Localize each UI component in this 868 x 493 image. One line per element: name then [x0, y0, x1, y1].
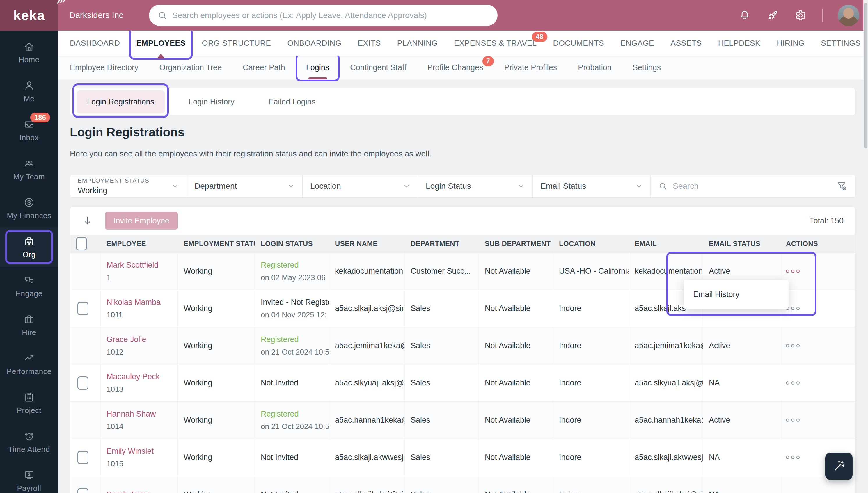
- sidebar-item-org[interactable]: Org: [0, 228, 58, 267]
- main-nav-expenses-travel[interactable]: EXPENSES & TRAVEL48: [454, 39, 536, 48]
- user-name-cell: a5ac.jemima1keka@: [329, 327, 405, 364]
- filter-location[interactable]: Location: [303, 175, 418, 197]
- sub-department-cell: Not Available: [479, 253, 553, 290]
- row-checkbox[interactable]: [78, 377, 88, 390]
- select-all-checkbox[interactable]: [76, 237, 87, 251]
- sidebar-item-home[interactable]: Home: [0, 33, 58, 72]
- employee-name-link[interactable]: Mark Scottfield: [106, 261, 172, 270]
- sidebar-item-label: Inbox: [20, 133, 39, 142]
- chevron-down-icon: [403, 183, 410, 190]
- sidebar-item-performance[interactable]: Performance: [0, 345, 58, 384]
- sidebar-item-hire[interactable]: Hire: [0, 306, 58, 345]
- employee-name-link[interactable]: Emily Winslet: [106, 447, 172, 456]
- main-nav-exits[interactable]: EXITS: [358, 39, 381, 48]
- actions-cell: [780, 402, 855, 438]
- login-status-cell: Not Invited: [255, 364, 329, 401]
- row-actions-menu-icon[interactable]: [786, 419, 849, 422]
- main-nav-hiring[interactable]: HIRING: [777, 39, 805, 48]
- user-avatar[interactable]: [838, 5, 859, 26]
- tab-login-history[interactable]: Login History: [178, 90, 245, 113]
- email-status-filter-label: Email Status: [541, 181, 586, 191]
- scrollbar-thumb[interactable]: [864, 3, 867, 148]
- main-nav-dashboard[interactable]: DASHBOARD: [70, 39, 120, 48]
- sidebar-item-me[interactable]: Me: [0, 72, 58, 111]
- email-cell: a5ac.slkyuajl.aksj@s: [629, 364, 703, 401]
- main-nav-onboarding[interactable]: ONBOARDING: [287, 39, 341, 48]
- filter-department[interactable]: Department: [187, 175, 303, 197]
- sub-nav-probation[interactable]: Probation: [578, 63, 612, 72]
- employee-name-link[interactable]: Nikolas Mamba: [106, 298, 172, 307]
- main-nav-assets[interactable]: ASSETS: [671, 39, 702, 48]
- department-cell: Sales: [405, 364, 479, 401]
- sidebar-item-payroll[interactable]: Payroll: [0, 462, 58, 493]
- sub-nav-private-profiles[interactable]: Private Profiles: [504, 63, 557, 72]
- table-search-input[interactable]: [673, 181, 836, 191]
- logo-spark-icon: [57, 0, 67, 5]
- sub-nav-contingent-staff[interactable]: Contingent Staff: [350, 63, 406, 72]
- invite-employee-button[interactable]: Invite Employee: [105, 212, 178, 230]
- tab-login-registrations[interactable]: Login Registrations: [77, 90, 165, 113]
- sub-nav-profile-changes[interactable]: Profile Changes7: [427, 63, 483, 72]
- sidebar-item-inbox[interactable]: Inbox186: [0, 111, 58, 150]
- global-search-input[interactable]: [172, 11, 494, 20]
- topbar-icons: [738, 0, 859, 30]
- dot: [797, 381, 800, 385]
- employee-name-link[interactable]: Sarah Jayne: [106, 490, 172, 493]
- employee-name-link[interactable]: Grace Jolie: [106, 335, 172, 344]
- employment-status-cell: Working: [178, 439, 255, 476]
- row-checkbox[interactable]: [78, 488, 88, 493]
- sort-download-arrow-icon[interactable]: [82, 215, 93, 227]
- settings-gear-icon[interactable]: [794, 9, 807, 22]
- sub-nav-career-path[interactable]: Career Path: [243, 63, 285, 72]
- employee-id: 1015: [106, 459, 172, 468]
- sidebar-item-project[interactable]: Project: [0, 384, 58, 423]
- global-search[interactable]: [149, 5, 497, 26]
- clear-filter-icon[interactable]: [836, 180, 848, 192]
- search-icon: [157, 10, 168, 21]
- sidebar-item-my-team[interactable]: My Team: [0, 150, 58, 189]
- main-nav-helpdesk[interactable]: HELPDESK: [718, 39, 760, 48]
- row-actions-menu-icon[interactable]: [786, 381, 849, 385]
- chevron-down-icon: [287, 183, 295, 190]
- sub-nav-logins[interactable]: Logins: [306, 63, 330, 72]
- active-tab-underline: [309, 77, 327, 80]
- main-nav-engage[interactable]: ENGAGE: [620, 39, 654, 48]
- sub-nav-settings[interactable]: Settings: [633, 63, 661, 72]
- employee-cell: Macauley Peck1013: [101, 364, 178, 401]
- main-nav-settings[interactable]: SETTINGS: [821, 39, 861, 48]
- filter-employment-status[interactable]: EMPLOYMENT STATUS Working: [70, 175, 187, 197]
- filter-email-status[interactable]: Email Status: [533, 175, 651, 197]
- keka-logo[interactable]: keka: [0, 0, 58, 30]
- main-nav-documents[interactable]: DOCUMENTS: [553, 39, 604, 48]
- row-checkbox[interactable]: [78, 302, 88, 315]
- row-actions-menu-icon[interactable]: [786, 270, 849, 273]
- employment-status-cell: Working: [178, 402, 255, 438]
- main-nav-planning[interactable]: PLANNING: [397, 39, 438, 48]
- row-checkbox-cell: [70, 290, 101, 327]
- row-actions-menu-icon[interactable]: [786, 307, 849, 310]
- assistant-wand-button[interactable]: [825, 453, 852, 480]
- employee-name-link[interactable]: Macauley Peck: [106, 372, 172, 381]
- dot: [791, 270, 795, 273]
- sub-nav-employee-directory[interactable]: Employee Directory: [70, 63, 139, 72]
- sidebar-item-engage[interactable]: Engage: [0, 267, 58, 306]
- filter-login-status[interactable]: Login Status: [418, 175, 533, 197]
- time-icon: [23, 430, 35, 442]
- main-nav-org-structure[interactable]: ORG STRUCTURE: [202, 39, 271, 48]
- employee-name-link[interactable]: Hannah Shaw: [106, 409, 172, 419]
- notifications-bell-icon[interactable]: [738, 9, 751, 22]
- user-name-cell: a5ac.slkajl.akwwesj: [329, 439, 405, 476]
- main-nav-employees[interactable]: EMPLOYEES: [136, 39, 185, 48]
- tab-failed-logins[interactable]: Failed Logins: [258, 90, 326, 113]
- email-status-cell: NA: [703, 364, 780, 401]
- whats-new-rocket-icon[interactable]: [766, 9, 779, 22]
- sidebar: HomeMeInbox186My TeamMy FinancesOrgEngag…: [0, 30, 58, 493]
- table-search[interactable]: [651, 175, 855, 197]
- chevron-down-icon: [171, 183, 179, 190]
- row-checkbox[interactable]: [78, 451, 88, 464]
- row-actions-menu-icon[interactable]: [786, 344, 849, 347]
- sidebar-item-time-attend[interactable]: Time Attend: [0, 423, 58, 462]
- sidebar-item-my-finances[interactable]: My Finances: [0, 189, 58, 228]
- sub-nav-organization-tree[interactable]: Organization Tree: [160, 63, 222, 72]
- email-history-menu-item[interactable]: Email History: [693, 290, 739, 299]
